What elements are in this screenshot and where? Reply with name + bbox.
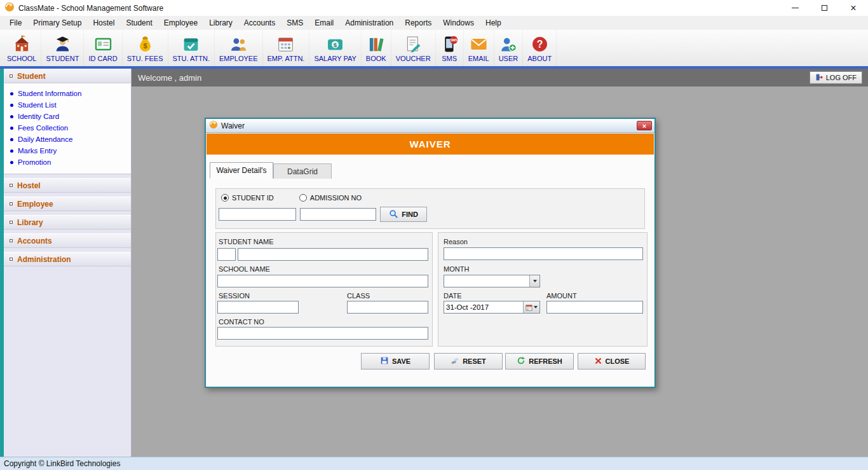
- reset-button-label: RESET: [463, 357, 486, 365]
- sidebar-section-student[interactable]: Student: [4, 69, 131, 83]
- toolbar-item-salary-pay[interactable]: $ SALARY PAY: [309, 30, 361, 66]
- student-info-group: STUDENT NAME SCHOOL NAME SESSION CLASS C…: [215, 232, 433, 347]
- toolbar-item-student-fees[interactable]: $ STU. FEES: [123, 30, 168, 66]
- menu-help[interactable]: Help: [480, 16, 507, 30]
- menu-reports[interactable]: Reports: [399, 16, 437, 30]
- sidebar: Student Student Information Student List…: [4, 69, 132, 457]
- student-id-radio[interactable]: STUDENT ID: [221, 194, 274, 202]
- toolbar-item-user[interactable]: USER: [494, 30, 524, 66]
- refresh-button[interactable]: REFRESH: [505, 353, 574, 370]
- waiver-dialog-content: Waiver Detail's DataGrid STUDENT ID: [207, 155, 654, 387]
- month-select-value: [444, 275, 529, 287]
- statusbar: Copyright © LinkBird Technologies: [0, 457, 868, 470]
- student-name-small-field[interactable]: [217, 248, 236, 261]
- student-fees-icon: $: [136, 35, 154, 53]
- month-label: MONTH: [444, 265, 469, 273]
- close-button[interactable]: ×: [839, 0, 868, 16]
- sidebar-section-accounts[interactable]: Accounts: [4, 233, 131, 248]
- student-name-field[interactable]: [238, 248, 428, 261]
- toolbar-item-employee[interactable]: EMPLOYEE: [215, 30, 263, 66]
- desktop-area: Waiver × WAIVER Waiver Detail's DataGrid: [132, 86, 868, 457]
- bullet-icon: [10, 92, 13, 95]
- menu-employee[interactable]: Employee: [158, 16, 203, 30]
- menu-hostel[interactable]: Hostel: [87, 16, 120, 30]
- sidebar-item-label: Student List: [18, 101, 57, 109]
- sidebar-item-marks-entry[interactable]: Marks Entry: [4, 145, 131, 156]
- menu-accounts[interactable]: Accounts: [238, 16, 281, 30]
- date-picker[interactable]: 31-Oct -2017: [444, 301, 540, 314]
- reset-button[interactable]: RESET: [434, 353, 503, 370]
- amount-field[interactable]: [546, 301, 643, 314]
- section-bullet-icon: [10, 202, 13, 205]
- minimize-button[interactable]: [780, 0, 810, 16]
- session-field[interactable]: [217, 301, 299, 314]
- minimize-icon: [792, 8, 799, 8]
- bullet-icon: [10, 149, 13, 153]
- tab-datagrid[interactable]: DataGrid: [273, 163, 332, 179]
- sidebar-section-label: Library: [17, 218, 43, 227]
- toolbar-item-label: EMAIL: [468, 55, 489, 62]
- sidebar-item-fees-collection[interactable]: Fees Collection: [4, 122, 131, 134]
- menu-sms[interactable]: SMS: [281, 16, 309, 30]
- student-attendance-icon: [182, 35, 200, 53]
- toolbar-item-label: SALARY PAY: [314, 55, 356, 62]
- employee-attendance-icon: [276, 35, 295, 53]
- menu-email[interactable]: Email: [309, 16, 339, 30]
- toolbar-item-sms[interactable]: SMS SMS: [436, 30, 464, 66]
- sidebar-section-employee[interactable]: Employee: [4, 197, 131, 211]
- toolbar-item-label: VOUCHER: [396, 55, 431, 62]
- sidebar-section-administration[interactable]: Administration: [4, 252, 131, 266]
- sidebar-section-library[interactable]: Library: [4, 215, 131, 230]
- sidebar-item-label: Marks Entry: [18, 147, 57, 155]
- month-select[interactable]: [444, 275, 540, 287]
- waiver-details-group: Reason MONTH DATE 31-Oct -2017: [438, 232, 648, 347]
- section-bullet-icon: [10, 74, 13, 78]
- menu-file[interactable]: File: [4, 16, 27, 30]
- sidebar-section-hostel[interactable]: Hostel: [4, 178, 131, 193]
- close-dialog-button[interactable]: CLOSE: [578, 353, 646, 370]
- waiver-dialog-title: Waiver: [221, 121, 245, 130]
- school-name-field[interactable]: [217, 275, 428, 287]
- toolbar-item-id-card[interactable]: ID CARD: [84, 30, 122, 66]
- sidebar-item-identity-card[interactable]: Identity Card: [4, 111, 131, 122]
- student-id-field[interactable]: [219, 208, 296, 221]
- toolbar-item-student[interactable]: STUDENT: [41, 30, 84, 66]
- class-field[interactable]: [347, 301, 428, 314]
- reason-field[interactable]: [444, 247, 643, 260]
- contact-no-label: CONTACT NO: [219, 318, 264, 326]
- log-off-button[interactable]: LOG OFF: [810, 71, 862, 84]
- toolbar-item-label: SMS: [442, 55, 457, 62]
- contact-no-field[interactable]: [217, 327, 428, 340]
- tab-waiver-details[interactable]: Waiver Detail's: [210, 162, 273, 179]
- sidebar-item-student-list[interactable]: Student List: [4, 99, 131, 111]
- restore-button[interactable]: [810, 0, 839, 16]
- toolbar-item-label: EMP. ATTN.: [268, 55, 305, 62]
- toolbar-item-student-attendance[interactable]: STU. ATTN.: [168, 30, 215, 66]
- find-button[interactable]: FIND: [380, 207, 427, 222]
- toolbar-item-voucher[interactable]: VOUCHER: [391, 30, 436, 66]
- waiver-dialog-close-button[interactable]: ×: [637, 121, 652, 130]
- log-off-label: LOG OFF: [826, 74, 857, 81]
- sidebar-item-label: Identity Card: [18, 113, 59, 120]
- sidebar-item-label: Promotion: [18, 158, 51, 166]
- refresh-button-label: REFRESH: [529, 357, 562, 365]
- svg-text:$: $: [143, 41, 147, 49]
- menu-administration[interactable]: Administration: [339, 16, 399, 30]
- toolbar-item-school[interactable]: SCHOOL: [3, 30, 41, 66]
- toolbar-item-book[interactable]: BOOK: [362, 30, 391, 66]
- toolbar-item-email[interactable]: EMAIL: [464, 30, 494, 66]
- menu-library[interactable]: Library: [203, 16, 238, 30]
- voucher-icon: [404, 35, 423, 53]
- admission-no-field[interactable]: [300, 208, 376, 221]
- sidebar-item-daily-attendance[interactable]: Daily Attendance: [4, 134, 131, 145]
- menu-windows[interactable]: Windows: [437, 16, 480, 30]
- menu-primary-setup[interactable]: Primary Setup: [27, 16, 87, 30]
- sidebar-item-promotion[interactable]: Promotion: [4, 156, 131, 168]
- admission-no-radio[interactable]: ADMISSION NO: [299, 194, 362, 202]
- menu-student[interactable]: Student: [120, 16, 158, 30]
- toolbar-item-employee-attendance[interactable]: EMP. ATTN.: [263, 30, 310, 66]
- waiver-dialog-titlebar[interactable]: Waiver ×: [206, 119, 654, 133]
- sidebar-item-student-information[interactable]: Student Information: [4, 88, 131, 99]
- save-button[interactable]: SAVE: [361, 353, 430, 370]
- toolbar-item-about[interactable]: ? ABOUT: [523, 30, 557, 66]
